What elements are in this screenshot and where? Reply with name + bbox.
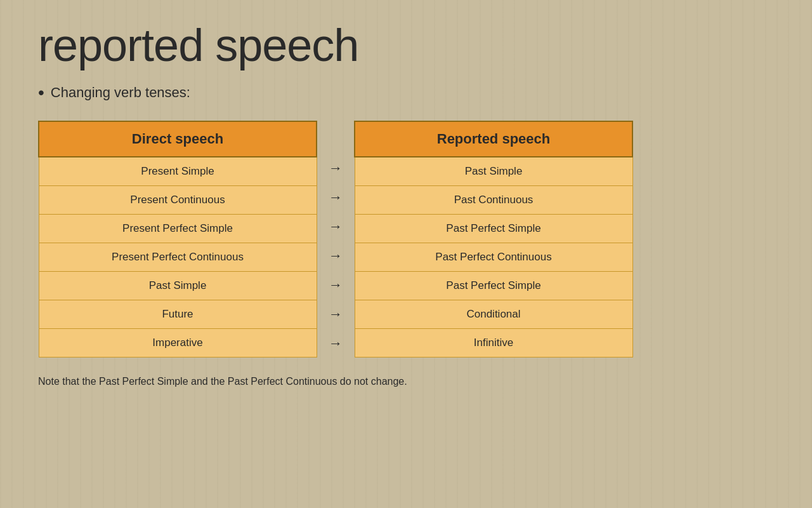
direct-row: Present Continuous — [39, 186, 317, 215]
reported-speech-table-wrapper: Reported speech Past SimplePast Continuo… — [354, 121, 633, 358]
note-text: Note that the Past Perfect Simple and th… — [0, 364, 812, 394]
reported-row: Past Perfect Simple — [355, 272, 632, 300]
arrow-icon: → — [329, 300, 343, 329]
page-title: reported speech — [0, 0, 812, 77]
reported-row: Past Continuous — [355, 186, 632, 215]
arrow-icon: → — [329, 154, 343, 183]
arrow-icon: → — [329, 241, 343, 271]
direct-speech-header: Direct speech — [39, 121, 317, 157]
reported-row: Conditional — [355, 300, 632, 329]
tables-container: Direct speech Present SimplePresent Cont… — [0, 114, 812, 364]
direct-speech-table-wrapper: Direct speech Present SimplePresent Cont… — [38, 121, 317, 358]
reported-row: Past Simple — [355, 157, 632, 186]
reported-row: Infinitive — [355, 329, 632, 358]
arrow-icon: → — [329, 212, 343, 241]
arrow-icon: → — [329, 271, 343, 300]
direct-row: Present Simple — [39, 157, 317, 186]
subtitle-text: Changing verb tenses: — [51, 84, 190, 101]
reported-row: Past Perfect Continuous — [355, 243, 632, 272]
direct-row: Past Simple — [39, 272, 317, 300]
direct-row: Future — [39, 300, 317, 329]
subtitle: • Changing verb tenses: — [0, 77, 812, 114]
reported-row: Past Perfect Simple — [355, 215, 632, 243]
arrow-icon: → — [329, 183, 343, 212]
direct-row: Imperative — [39, 329, 317, 358]
direct-speech-table: Direct speech Present SimplePresent Cont… — [38, 121, 317, 358]
reported-speech-table: Reported speech Past SimplePast Continuo… — [354, 121, 633, 358]
direct-row: Present Perfect Simple — [39, 215, 317, 243]
arrow-column: →→→→→→→ — [317, 154, 354, 358]
direct-row: Present Perfect Continuous — [39, 243, 317, 272]
arrow-icon: → — [329, 329, 343, 358]
bullet-point: • — [38, 84, 44, 102]
reported-speech-header: Reported speech — [355, 121, 632, 157]
